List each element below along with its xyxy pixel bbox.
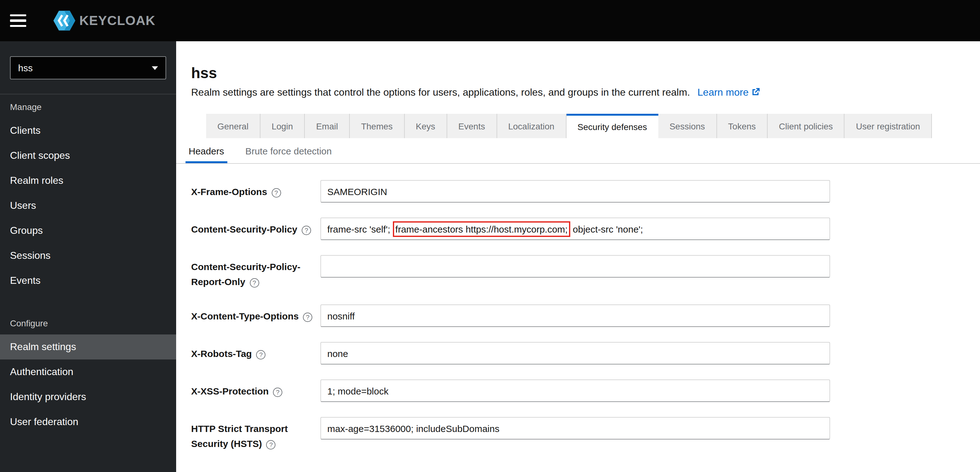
sidebar-item-groups[interactable]: Groups	[0, 218, 176, 243]
tab-sessions[interactable]: Sessions	[658, 114, 717, 138]
menu-icon[interactable]	[10, 8, 35, 33]
help-icon[interactable]: ?	[250, 278, 259, 287]
page-description: Realm settings are settings that control…	[191, 87, 690, 97]
field-label: Content-Security-Policy-Report-Only?	[191, 255, 315, 289]
sidebar-item-authentication[interactable]: Authentication	[0, 359, 176, 384]
hsts-input[interactable]	[320, 417, 830, 440]
sidebar-item-users[interactable]: Users	[0, 193, 176, 218]
tab-localization[interactable]: Localization	[497, 114, 566, 138]
field-label: HTTP Strict Transport Security (HSTS)?	[191, 417, 315, 451]
form-row-x-content-type-options: X-Content-Type-Options?	[191, 305, 965, 327]
x-frame-options-input[interactable]	[320, 180, 830, 203]
help-icon[interactable]: ?	[273, 387, 282, 397]
nav-section-configure: Configure Realm settings Authentication …	[0, 311, 176, 434]
realm-selector-value: hss	[18, 62, 33, 73]
tab-themes[interactable]: Themes	[350, 114, 404, 138]
sidebar-item-identity-providers[interactable]: Identity providers	[0, 384, 176, 410]
csp-report-only-input[interactable]	[320, 255, 830, 277]
x-xss-protection-input[interactable]	[320, 380, 830, 402]
security-defenses-subtabs: Headers Brute force detection	[176, 138, 980, 164]
brand-text: KEYCLOAK	[80, 13, 156, 28]
tab-events[interactable]: Events	[447, 114, 497, 138]
form-row-content-security-policy: Content-Security-Policy? frame-src 'self…	[191, 218, 965, 240]
sidebar-item-realm-roles[interactable]: Realm roles	[0, 168, 176, 193]
form-row-csp-report-only: Content-Security-Policy-Report-Only?	[191, 255, 965, 289]
form-row-x-frame-options: X-Frame-Options?	[191, 180, 965, 203]
external-link-icon	[752, 88, 760, 96]
keycloak-admin-console: KEYCLOAK hss Manage Clients Client scope…	[0, 0, 980, 472]
field-label: X-Robots-Tag?	[191, 342, 315, 361]
tab-email[interactable]: Email	[305, 114, 350, 138]
help-icon[interactable]: ?	[256, 350, 266, 359]
content-security-policy-input[interactable]: frame-src 'self'; frame-ancestors https:…	[320, 218, 830, 240]
form-row-hsts: HTTP Strict Transport Security (HSTS)?	[191, 417, 965, 451]
sidebar-item-user-federation[interactable]: User federation	[0, 410, 176, 434]
help-icon[interactable]: ?	[266, 440, 276, 450]
field-label: Content-Security-Policy?	[191, 218, 315, 237]
sidebar-item-clients[interactable]: Clients	[0, 118, 176, 143]
nav-group-label: Configure	[0, 317, 176, 330]
masthead: KEYCLOAK	[0, 0, 980, 41]
x-content-type-options-input[interactable]	[320, 305, 830, 327]
learn-more-link[interactable]: Learn more	[697, 87, 760, 97]
sidebar-item-client-scopes[interactable]: Client scopes	[0, 143, 176, 168]
form-row-x-xss-protection: X-XSS-Protection?	[191, 380, 965, 402]
tab-tokens[interactable]: Tokens	[717, 114, 768, 138]
help-icon[interactable]: ?	[303, 313, 312, 322]
x-robots-tag-input[interactable]	[320, 342, 830, 365]
sidebar: hss Manage Clients Client scopes Realm r…	[0, 41, 176, 472]
keycloak-logo-icon	[51, 8, 78, 34]
field-label: X-XSS-Protection?	[191, 380, 315, 399]
csp-value-before: frame-src 'self';	[327, 223, 393, 234]
tab-keys[interactable]: Keys	[404, 114, 447, 138]
form-row-x-robots-tag: X-Robots-Tag?	[191, 342, 965, 365]
chevron-down-icon	[152, 66, 158, 70]
nav-section-manage: Manage Clients Client scopes Realm roles…	[0, 94, 176, 293]
realm-selector-container: hss	[0, 41, 176, 94]
page-header: hss Realm settings are settings that con…	[176, 41, 980, 100]
sidebar-item-realm-settings[interactable]: Realm settings	[0, 335, 176, 359]
field-label: X-Content-Type-Options?	[191, 305, 315, 324]
tab-client-policies[interactable]: Client policies	[768, 114, 845, 138]
page-title: hss	[191, 64, 965, 83]
csp-highlight-annotation: frame-ancestors https://host.mycorp.com;	[393, 221, 570, 237]
sidebar-item-sessions[interactable]: Sessions	[0, 243, 176, 268]
subtab-brute-force-detection[interactable]: Brute force detection	[242, 138, 335, 163]
nav-group-label: Manage	[0, 100, 176, 113]
tab-security-defenses[interactable]: Security defenses	[566, 114, 658, 138]
headers-form: X-Frame-Options? Content-Security-Policy…	[176, 164, 980, 472]
main-content: hss Realm settings are settings that con…	[176, 41, 980, 472]
sidebar-item-events[interactable]: Events	[0, 268, 176, 293]
realm-settings-tabs: General Login Email Themes Keys Events L…	[206, 114, 980, 138]
help-icon[interactable]: ?	[271, 188, 281, 198]
page-description-row: Realm settings are settings that control…	[191, 85, 965, 100]
field-label: X-Frame-Options?	[191, 180, 315, 199]
tab-general[interactable]: General	[206, 114, 261, 138]
help-icon[interactable]: ?	[302, 226, 311, 235]
keycloak-brand[interactable]: KEYCLOAK	[51, 8, 156, 34]
tab-user-registration[interactable]: User registration	[845, 114, 932, 138]
realm-selector[interactable]: hss	[10, 56, 166, 80]
tab-login[interactable]: Login	[261, 114, 305, 138]
csp-value-after: object-src 'none';	[570, 223, 643, 234]
subtab-headers[interactable]: Headers	[186, 138, 227, 163]
